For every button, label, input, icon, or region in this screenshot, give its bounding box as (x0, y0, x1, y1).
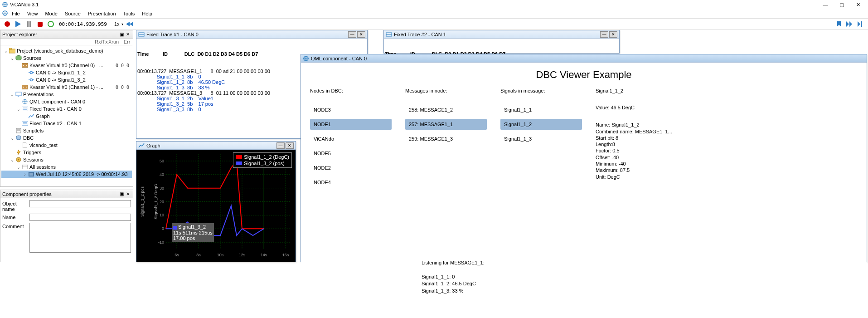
rewind-button[interactable] (125, 20, 134, 29)
expand-icon[interactable]: ⌄ (16, 107, 21, 112)
signals-label: Signals in message: (500, 88, 582, 93)
expand-icon[interactable]: ⌄ (3, 49, 9, 54)
svg-rect-36 (22, 165, 28, 169)
message-item[interactable]: 259: MESSAGE1_3 (405, 133, 487, 144)
project-explorer-header: Project explorer ▣ ✕ (0, 30, 133, 39)
project-tree[interactable]: ⌄Project (vicando_sdk_database_demo)⌄Sou… (0, 45, 133, 186)
svg-point-35 (18, 159, 19, 161)
tree-item[interactable]: vicando_test (1, 142, 132, 149)
panel-close-icon[interactable]: ✕ (125, 32, 131, 37)
tree-item-label: Sessions (23, 157, 44, 162)
menu-source[interactable]: Source (61, 10, 84, 17)
qml-component-window: QML component - CAN 0 DBC Viewer Example… (301, 54, 867, 262)
message-item[interactable]: 258: MESSAGE1_2 (405, 104, 487, 115)
svg-rect-24 (22, 107, 28, 111)
svg-point-11 (23, 65, 24, 66)
tree-item[interactable]: ⌄DBC (1, 134, 132, 142)
tree-item[interactable]: Kvaser Virtual #0 (Channel 0) - ...0 0 0 (1, 62, 132, 69)
panel-close-icon[interactable]: ✕ (125, 191, 131, 196)
fast-forward-button[interactable] (845, 20, 854, 29)
node-item[interactable]: NODE1 (310, 119, 392, 130)
menu-help[interactable]: Help (138, 10, 156, 17)
message-item[interactable]: 257: MESSAGE1_1 (405, 119, 487, 130)
node-item[interactable]: NODE3 (310, 104, 392, 115)
tree-item[interactable]: Triggers (1, 149, 132, 156)
close-icon[interactable]: ✕ (609, 31, 617, 38)
graph-icon (138, 142, 145, 149)
tree-item[interactable]: ⌄All sessions (1, 163, 132, 171)
tree-item[interactable]: Graph (1, 113, 132, 120)
speed-dropdown-icon[interactable]: ▾ (121, 22, 123, 26)
stop-button[interactable] (35, 20, 44, 29)
node-item[interactable]: NODE5 (310, 148, 392, 159)
prop-comment-input[interactable] (29, 223, 131, 253)
tree-item-label: CAN 0 -> Signal1_1_2 (36, 70, 86, 75)
signal-details: Name: Signal1_1_2Combined name: MESSAGE1… (596, 122, 858, 180)
tree-item[interactable]: ⌄Sources (1, 54, 132, 62)
tree-item[interactable]: ⌄Project (vicando_sdk_database_demo) (1, 47, 132, 54)
fixed-trace-2-titlebar[interactable]: Fixed Trace #2 - CAN 1 — ✕ (384, 30, 619, 39)
marker-button[interactable] (834, 20, 844, 29)
tree-item[interactable]: Scriptlets (1, 127, 132, 134)
pause-button[interactable] (24, 20, 34, 29)
tree-item[interactable]: ⌄Fixed Trace #1 - CAN 0 (1, 105, 132, 113)
menu-view[interactable]: View (24, 10, 42, 17)
component-properties-title: Component properties (2, 191, 52, 197)
svg-text:Signal1_3_2 pos: Signal1_3_2 pos (140, 186, 145, 217)
fixed-trace-1-titlebar[interactable]: Fixed Trace #1 - CAN 0 — ✕ (136, 30, 367, 39)
close-button[interactable]: ✕ (850, 0, 866, 9)
play-button[interactable] (14, 20, 23, 29)
trace-icon (386, 31, 392, 38)
node-item[interactable]: NODE2 (310, 162, 392, 173)
menu-tools[interactable]: Tools (120, 10, 139, 17)
close-icon[interactable]: ✕ (357, 31, 365, 38)
signal-item[interactable]: Signal1_1_3 (500, 133, 582, 144)
tree-item-label: Wed Jul 10 12:45:06 2019 -> 00:00:14.93 (36, 171, 128, 177)
menu-file[interactable]: File (8, 10, 24, 17)
tree-item-label: Kvaser Virtual #0 (Channel 0) - ... (29, 63, 103, 68)
tree-item[interactable]: Kvaser Virtual #0 (Channel 1) - ...0 0 0 (1, 83, 132, 91)
tree-item-label: QML component - CAN 0 (29, 99, 85, 104)
minimize-icon[interactable]: — (276, 142, 285, 149)
prop-name-input[interactable] (29, 214, 131, 221)
tree-item[interactable]: CAN 0 -> Signal1_1_2 (1, 69, 132, 76)
menu-mode[interactable]: Mode (41, 10, 61, 17)
node-item[interactable]: NODE4 (310, 177, 392, 188)
svg-point-17 (26, 87, 27, 88)
qml-titlebar[interactable]: QML component - CAN 0 (301, 54, 867, 63)
tree-item[interactable]: CAN 0 -> Signal1_3_2 (1, 76, 132, 83)
playback-speed[interactable]: 1x (114, 21, 120, 27)
signal-item[interactable]: Signal1_1_2 (500, 119, 582, 130)
expand-icon[interactable]: ⌄ (10, 92, 15, 97)
pin-icon[interactable]: ▣ (119, 32, 125, 37)
expand-icon[interactable]: ⌄ (10, 56, 15, 61)
tree-item[interactable]: ⌄Presentations (1, 91, 132, 98)
record-button[interactable] (3, 20, 12, 29)
skip-end-button[interactable] (856, 20, 865, 29)
expand-icon[interactable]: ⌄ (16, 165, 21, 170)
close-icon[interactable]: ✕ (286, 142, 294, 149)
graph-plot-area[interactable]: -10010203040506s8s10s12s14s16sSignal1_3_… (136, 150, 296, 262)
dbcfile-icon (21, 142, 29, 148)
minimize-icon[interactable]: — (348, 31, 356, 38)
cycle-button[interactable] (46, 20, 55, 29)
graph-titlebar[interactable]: Graph — ✕ (136, 142, 296, 150)
tree-item[interactable]: ›Wed Jul 10 12:45:06 2019 -> 00:00:14.93 (1, 171, 132, 178)
tree-item-stats: 0 0 0 (116, 63, 132, 68)
node-item[interactable]: ViCANdo (310, 133, 392, 144)
signal-item[interactable]: Signal1_1_1 (500, 104, 582, 115)
prop-objectname-input[interactable] (29, 200, 131, 207)
expand-icon[interactable]: ⌄ (10, 157, 15, 162)
signal-value: Value: 46.5 DegC (596, 104, 858, 111)
tree-item[interactable]: QML component - CAN 0 (1, 98, 132, 105)
tree-item[interactable]: Fixed Trace #2 - CAN 1 (1, 120, 132, 127)
tree-item[interactable]: ⌄Sessions (1, 156, 132, 163)
pin-icon[interactable]: ▣ (119, 191, 125, 196)
minimize-button[interactable]: — (817, 0, 834, 9)
tooltip-name: Signal1_3_2 (178, 224, 206, 230)
expand-icon[interactable]: ⌄ (10, 136, 15, 141)
minimize-icon[interactable]: — (600, 31, 608, 38)
maximize-button[interactable]: ▢ (834, 0, 850, 9)
menu-presentation[interactable]: Presentation (84, 10, 120, 17)
expand-icon[interactable]: › (22, 172, 28, 177)
